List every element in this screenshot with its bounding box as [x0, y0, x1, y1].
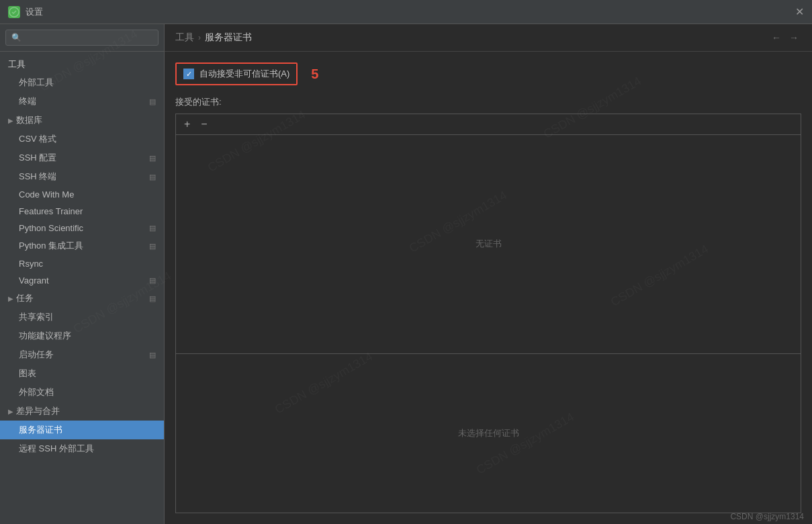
checkmark-icon: ✓ [186, 70, 192, 79]
expand-icon: ▤ [149, 154, 156, 163]
search-bar[interactable] [0, 24, 164, 52]
app-icon [8, 6, 20, 18]
remove-cert-button[interactable]: − [198, 117, 210, 132]
forward-button[interactable]: → [786, 31, 801, 44]
sidebar-item-label: SSH 配置 [19, 152, 56, 164]
expand-icon: ▤ [149, 294, 156, 303]
titlebar: 设置 ✕ [0, 0, 812, 24]
sidebar-item-label: SSH 终端 [19, 171, 56, 183]
footer: CSDN @sjjzym1314 [722, 509, 812, 524]
sidebar-item-label: Python 集成工具 [19, 240, 83, 252]
sidebar-item-label: 图表 [19, 367, 36, 380]
cert-area: + − 无证书 未选择任何证书 [175, 114, 801, 513]
sidebar-item-feature-suggestion[interactable]: 功能建议程序 [0, 326, 164, 345]
arrow-icon: ▶ [8, 295, 13, 302]
expand-icon: ▤ [149, 351, 156, 359]
cert-detail: 未选择任何证书 [176, 353, 801, 513]
search-input[interactable] [5, 30, 159, 46]
sidebar-item-label: 数据库 [16, 114, 42, 126]
content-area: 工具 › 服务器证书 ← → ✓ 自动接受非可信证书(A) 5 接受的证书 [165, 24, 812, 524]
sidebar-item-database[interactable]: ▶ 数据库 [0, 111, 164, 130]
sidebar-content: 工具 外部工具 终端 ▤ ▶ 数据库 CSV 格式 SSH 配置 ▤ [0, 52, 164, 524]
breadcrumb-separator: › [198, 33, 201, 42]
checkbox-row: ✓ 自动接受非可信证书(A) 5 [175, 62, 801, 85]
sidebar-item-label: Code With Me [19, 189, 74, 200]
sidebar-item-label: Features Trainer [19, 206, 83, 216]
credit-text: CSDN @sjjzym1314 [730, 512, 804, 521]
sidebar-item-label: 任务 [16, 292, 34, 304]
content-body: ✓ 自动接受非可信证书(A) 5 接受的证书: + − 无证书 未选择任何证书 [165, 52, 812, 524]
sidebar-item-charts[interactable]: 图表 [0, 364, 164, 383]
checkbox-box: ✓ [183, 69, 194, 79]
window-title: 设置 [26, 6, 43, 18]
sidebar-item-csv[interactable]: CSV 格式 [0, 130, 164, 148]
auto-accept-label: 自动接受非可信证书(A) [199, 68, 289, 80]
expand-icon: ▤ [149, 97, 156, 106]
sidebar-item-label: 启动任务 [19, 349, 54, 361]
sidebar-item-label: CSV 格式 [19, 133, 56, 145]
breadcrumb-current: 服务器证书 [205, 32, 252, 44]
arrow-icon: ▶ [8, 408, 13, 415]
expand-icon: ▤ [149, 224, 156, 232]
sidebar-item-startup-tasks[interactable]: 启动任务 ▤ [0, 345, 164, 364]
breadcrumb-parent: 工具 [175, 32, 194, 44]
sidebar-item-python-scientific[interactable]: Python Scientific ▤ [0, 220, 164, 236]
sidebar-item-label: Rsync [19, 259, 43, 269]
auto-accept-checkbox-container[interactable]: ✓ 自动接受非可信证书(A) [175, 62, 298, 85]
accepted-certs-label: 接受的证书: [175, 96, 801, 108]
sidebar-item-terminal[interactable]: 终端 ▤ [0, 92, 164, 111]
sidebar-item-label: Python Scientific [19, 223, 83, 233]
sidebar-item-label: 功能建议程序 [19, 330, 71, 342]
expand-icon: ▤ [149, 242, 156, 251]
no-cert-selected-label: 未选择任何证书 [458, 427, 519, 439]
sidebar-item-label: 外部文档 [19, 386, 54, 398]
sidebar-item-rsync[interactable]: Rsync [0, 255, 164, 272]
breadcrumb: 工具 › 服务器证书 ← → [165, 24, 812, 52]
sidebar-item-diff-merge[interactable]: ▶ 差异与合并 [0, 402, 164, 421]
sidebar-item-shared-index[interactable]: 共享索引 [0, 308, 164, 326]
sidebar-group-tools: 工具 [0, 54, 164, 73]
number-badge: 5 [311, 67, 318, 82]
sidebar-item-label: 终端 [19, 95, 36, 107]
sidebar-item-label: 服务器证书 [19, 424, 62, 436]
expand-icon: ▤ [149, 173, 156, 181]
cert-toolbar: + − [176, 114, 801, 135]
add-cert-button[interactable]: + [181, 117, 193, 132]
breadcrumb-navigation: ← → [769, 31, 801, 44]
arrow-icon: ▶ [8, 117, 13, 124]
no-cert-label: 无证书 [476, 238, 502, 250]
sidebar-item-vagrant[interactable]: Vagrant ▤ [0, 272, 164, 289]
sidebar-item-ssh-config[interactable]: SSH 配置 ▤ [0, 148, 164, 167]
close-button[interactable]: ✕ [795, 5, 804, 18]
sidebar-item-external-docs[interactable]: 外部文档 [0, 383, 164, 402]
cert-list: 无证书 [176, 135, 801, 353]
sidebar: 工具 外部工具 终端 ▤ ▶ 数据库 CSV 格式 SSH 配置 ▤ [0, 24, 165, 524]
back-button[interactable]: ← [769, 31, 784, 44]
sidebar-item-server-cert[interactable]: 服务器证书 [0, 421, 164, 439]
sidebar-item-label: 外部工具 [19, 77, 54, 89]
sidebar-item-python-integrated[interactable]: Python 集成工具 ▤ [0, 236, 164, 255]
sidebar-item-label: 共享索引 [19, 311, 54, 323]
expand-icon: ▤ [149, 276, 156, 285]
sidebar-item-label: 远程 SSH 外部工具 [19, 443, 94, 455]
sidebar-item-ssh-terminal[interactable]: SSH 终端 ▤ [0, 167, 164, 186]
sidebar-item-features-trainer[interactable]: Features Trainer [0, 203, 164, 220]
sidebar-item-code-with-me[interactable]: Code With Me [0, 186, 164, 203]
sidebar-item-label: 差异与合并 [16, 405, 60, 417]
sidebar-item-remote-ssh[interactable]: 远程 SSH 外部工具 [0, 439, 164, 458]
sidebar-item-label: Vagrant [19, 275, 49, 286]
sidebar-item-external-tools[interactable]: 外部工具 [0, 73, 164, 92]
sidebar-item-tasks[interactable]: ▶ 任务 ▤ [0, 289, 164, 308]
